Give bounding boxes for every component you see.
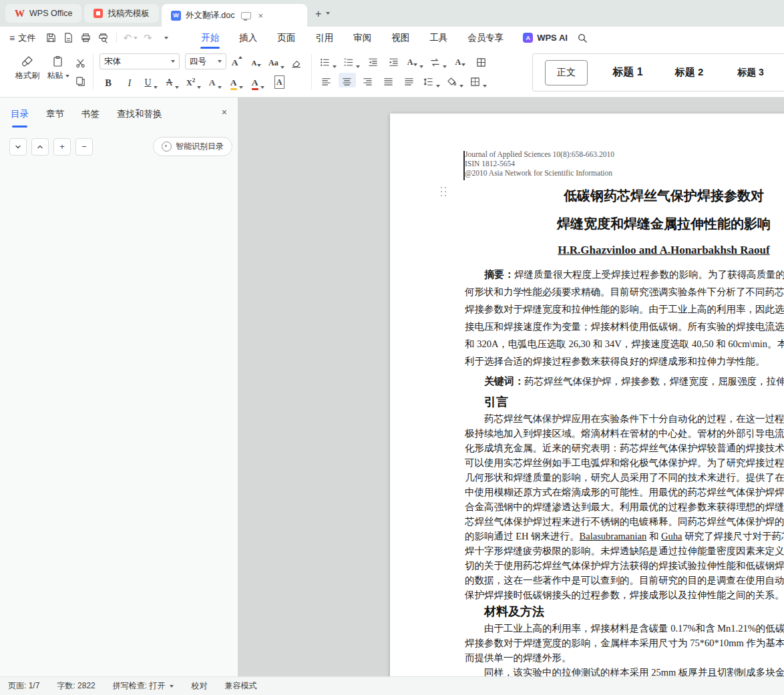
highlight-color-button[interactable]: A	[228, 74, 245, 89]
style-item-heading3[interactable]: 标题 3	[720, 57, 781, 88]
intro-heading: 引言	[465, 393, 784, 411]
sidebar-tab-bookmark[interactable]: 书签	[81, 108, 100, 128]
save-icon	[45, 32, 57, 43]
align-left-button[interactable]	[318, 73, 335, 87]
print-icon	[80, 32, 91, 43]
increase-indent-button[interactable]	[385, 53, 403, 68]
tab-document-label: 外文翻译.doc	[186, 10, 235, 21]
expand-all-button[interactable]	[9, 138, 27, 156]
keywords-label: 关键词：	[484, 376, 524, 387]
word-count[interactable]: 字数: 2822	[57, 680, 95, 692]
zoom-in-toc-button[interactable]: +	[53, 138, 71, 156]
export-pdf-button[interactable]	[60, 30, 76, 46]
style-item-heading1[interactable]: 标题 1	[597, 57, 658, 88]
file-menu-button[interactable]: ≡ 文件	[0, 32, 42, 44]
shading-button[interactable]	[445, 73, 465, 87]
style-gallery: 正文 标题 1 标题 2 标题 3	[532, 53, 784, 91]
clear-format-button[interactable]	[288, 54, 305, 69]
print-button[interactable]	[77, 30, 93, 46]
strikethrough-button[interactable]: A	[164, 74, 181, 89]
paste-button[interactable]: 粘贴	[43, 53, 73, 81]
wrap-settings-button[interactable]	[428, 53, 448, 68]
menu-tab-review[interactable]: 审阅	[343, 27, 381, 49]
menu-tab-insert[interactable]: 插入	[229, 27, 267, 49]
chevron-down-icon	[15, 144, 21, 150]
more-quick-actions-button[interactable]	[157, 30, 173, 46]
redo-button[interactable]: ↷	[140, 30, 156, 46]
line-spacing-button[interactable]	[421, 73, 441, 87]
document-canvas[interactable]: Journal of Applied Sciences 10(8):658-66…	[238, 97, 784, 677]
window-tab-bar: W WPS Office 找稿壳模板 W 外文翻译.doc × +	[0, 0, 784, 27]
menu-tab-reference[interactable]: 引用	[305, 27, 343, 49]
font-size-select[interactable]: 四号	[185, 53, 226, 69]
down-arrow-icon	[413, 63, 417, 66]
menu-tab-tools[interactable]: 工具	[419, 27, 457, 49]
search-button[interactable]	[574, 30, 590, 46]
doc-header-line: Journal of Applied Sciences 10(8):658-66…	[465, 150, 784, 159]
align-center-button[interactable]	[339, 73, 356, 87]
text-effects-button[interactable]: A	[206, 74, 224, 89]
numbered-list-button[interactable]	[341, 53, 361, 68]
zoom-out-toc-button[interactable]: −	[75, 138, 93, 156]
close-tab-icon[interactable]: ×	[257, 10, 265, 21]
format-painter-button[interactable]: 格式刷	[12, 53, 43, 81]
underline-button[interactable]: U	[142, 74, 160, 89]
sidebar-tab-find-replace[interactable]: 查找和替换	[117, 108, 162, 128]
font-color-button[interactable]: A	[249, 74, 266, 89]
collapse-all-button[interactable]	[31, 138, 49, 156]
chevron-down-icon	[436, 85, 440, 87]
page-indicator[interactable]: 页面: 1/7	[8, 680, 39, 692]
document-page[interactable]: Journal of Applied Sciences 10(8):658-66…	[390, 113, 784, 677]
distribute-button[interactable]	[401, 73, 418, 87]
compat-mode-indicator[interactable]: 兼容模式	[224, 680, 256, 692]
tab-document[interactable]: W 外文翻译.doc ×	[162, 4, 307, 27]
abstract-line: 何形状和力学性能必须要求精确。目前研究强调实验条件下分析了不同药芯焊	[465, 283, 784, 300]
save-button[interactable]	[43, 30, 59, 46]
increase-font-button[interactable]: A	[228, 54, 246, 69]
style-item-body[interactable]: 正文	[536, 57, 597, 88]
menu-tab-view[interactable]: 视图	[381, 27, 419, 49]
tab-wps-office[interactable]: W WPS Office	[5, 4, 81, 23]
align-right-button[interactable]	[359, 73, 377, 87]
sidebar-close-icon[interactable]: ×	[222, 107, 227, 118]
decrease-font-button[interactable]: A	[248, 54, 265, 69]
methods-line: 而提供单一的焊缝外形。	[465, 650, 784, 665]
tab-list-chevron-icon[interactable]	[324, 7, 330, 19]
italic-button[interactable]: I	[121, 74, 138, 89]
undo-button[interactable]: ↶	[122, 30, 138, 46]
style-item-heading2[interactable]: 标题 2	[658, 57, 720, 88]
wps-ai-button[interactable]: A WPS AI	[523, 33, 568, 43]
chevron-down-icon	[333, 65, 337, 68]
sidebar-tab-chapter[interactable]: 章节	[46, 108, 64, 128]
device-sync-icon[interactable]	[241, 12, 251, 19]
char-shading-button[interactable]: A	[270, 74, 288, 89]
sort-button[interactable]: A	[451, 53, 469, 68]
proofread-button[interactable]: 校对	[191, 680, 207, 692]
tab-docer-template[interactable]: 找稿壳模板	[84, 4, 159, 23]
copy-button[interactable]	[73, 74, 87, 87]
text-direction-button[interactable]: A	[406, 53, 425, 68]
align-justify-button[interactable]	[380, 73, 397, 87]
bullet-list-button[interactable]	[318, 53, 338, 68]
show-marks-button[interactable]	[472, 53, 489, 68]
undo-icon: ↶	[123, 33, 132, 43]
spellcheck-toggle[interactable]: 拼写检查: 打开	[113, 680, 174, 692]
docer-icon	[93, 9, 103, 18]
borders-button[interactable]	[468, 73, 488, 87]
change-case-button[interactable]: Aa	[267, 54, 286, 69]
print-preview-button[interactable]	[95, 30, 111, 46]
cut-button[interactable]	[73, 56, 87, 69]
search-icon	[577, 33, 588, 43]
menu-tab-member[interactable]: 会员专享	[457, 27, 514, 49]
smart-toc-button[interactable]: 智能识别目录	[153, 137, 232, 156]
font-name-select[interactable]: 宋体	[100, 53, 180, 69]
superscript-button[interactable]: X2	[185, 74, 202, 89]
bold-button[interactable]: B	[100, 74, 117, 89]
new-tab-button[interactable]: +	[315, 8, 321, 20]
decrease-indent-icon	[367, 57, 379, 68]
menu-tab-home[interactable]: 开始	[191, 27, 229, 49]
copy-icon	[75, 75, 86, 87]
menu-tab-page[interactable]: 页面	[267, 27, 305, 49]
decrease-indent-button[interactable]	[365, 53, 382, 68]
sidebar-tab-toc[interactable]: 目录	[11, 108, 29, 128]
